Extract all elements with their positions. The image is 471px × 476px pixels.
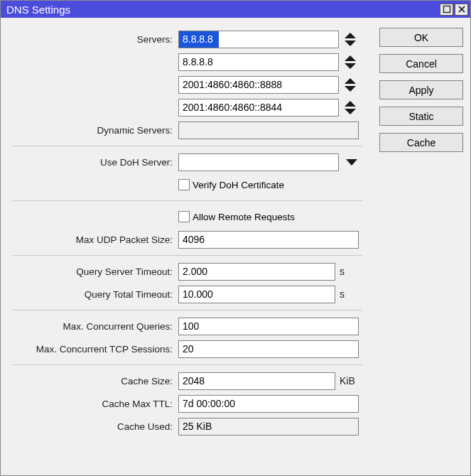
cache-used-label: Cache Used:	[8, 421, 174, 432]
server-1-reorder[interactable]	[345, 55, 357, 69]
chevron-up-icon	[345, 78, 356, 84]
max-conc-tcp-label: Max. Concurrent TCP Sessions:	[8, 344, 174, 355]
allow-remote-label: Allow Remote Requests	[193, 212, 295, 222]
query-server-timeout-label: Query Server Timeout:	[8, 266, 174, 277]
server-input-3[interactable]	[178, 99, 339, 117]
cache-used-value	[178, 418, 359, 436]
use-doh-select[interactable]	[178, 153, 339, 171]
chevron-down-icon	[345, 40, 356, 46]
window-title: DNS Settings	[6, 4, 438, 16]
server-input-2[interactable]	[178, 76, 339, 94]
max-udp-label: Max UDP Packet Size:	[8, 234, 174, 245]
svg-rect-0	[443, 6, 450, 13]
cache-button[interactable]: Cache	[379, 133, 463, 152]
max-conc-queries-input[interactable]	[178, 318, 359, 335]
query-total-timeout-label: Query Total Timeout:	[8, 289, 174, 300]
dns-settings-window: DNS Settings Servers:	[0, 0, 471, 476]
query-total-timeout-input[interactable]	[178, 286, 335, 303]
server-3-reorder[interactable]	[345, 101, 357, 114]
unit-seconds: s	[340, 288, 345, 300]
separator	[12, 200, 362, 201]
titlebar: DNS Settings	[1, 1, 470, 18]
cache-size-input[interactable]	[178, 372, 335, 390]
separator	[12, 310, 362, 310]
cancel-button[interactable]: Cancel	[379, 54, 463, 73]
servers-label: Servers:	[8, 34, 174, 45]
form-column: Servers:	[8, 28, 362, 468]
dynamic-servers-label: Dynamic Servers:	[8, 125, 174, 136]
chevron-up-icon	[345, 101, 356, 107]
max-conc-tcp-input[interactable]	[178, 340, 359, 358]
chevron-up-icon	[345, 55, 356, 61]
unit-kib: KiB	[340, 375, 355, 386]
separator	[12, 146, 362, 146]
cache-max-ttl-label: Cache Max TTL:	[8, 399, 174, 409]
server-2-reorder[interactable]	[345, 78, 357, 92]
chevron-down-icon	[345, 63, 356, 69]
use-doh-label: Use DoH Server:	[8, 157, 174, 168]
cache-max-ttl-input[interactable]	[178, 395, 359, 413]
dropdown-icon[interactable]	[346, 159, 357, 166]
verify-doh-label: Verify DoH Certificate	[193, 180, 284, 190]
dynamic-servers-input	[178, 121, 359, 139]
chevron-down-icon	[345, 109, 356, 114]
separator	[12, 364, 362, 365]
verify-doh-checkbox[interactable]	[178, 179, 190, 190]
max-conc-queries-label: Max. Concurrent Queries:	[8, 321, 174, 332]
button-column: OK Cancel Apply Static Cache	[379, 28, 463, 468]
server-input-0[interactable]	[178, 31, 339, 48]
allow-remote-checkbox[interactable]	[178, 211, 190, 222]
server-input-1[interactable]	[178, 53, 339, 71]
chevron-up-icon	[345, 33, 356, 38]
max-udp-input[interactable]	[178, 231, 359, 249]
server-0-reorder[interactable]	[345, 33, 357, 46]
close-button[interactable]	[455, 4, 468, 16]
ok-button[interactable]: OK	[379, 28, 463, 47]
cache-size-label: Cache Size:	[8, 376, 174, 386]
chevron-down-icon	[345, 86, 356, 92]
unit-seconds: s	[340, 266, 345, 277]
separator	[12, 255, 362, 256]
query-server-timeout-input[interactable]	[178, 263, 335, 281]
apply-button[interactable]: Apply	[379, 80, 463, 99]
minimize-button[interactable]	[440, 4, 453, 16]
static-button[interactable]: Static	[379, 107, 463, 126]
content-area: Servers:	[1, 18, 470, 475]
